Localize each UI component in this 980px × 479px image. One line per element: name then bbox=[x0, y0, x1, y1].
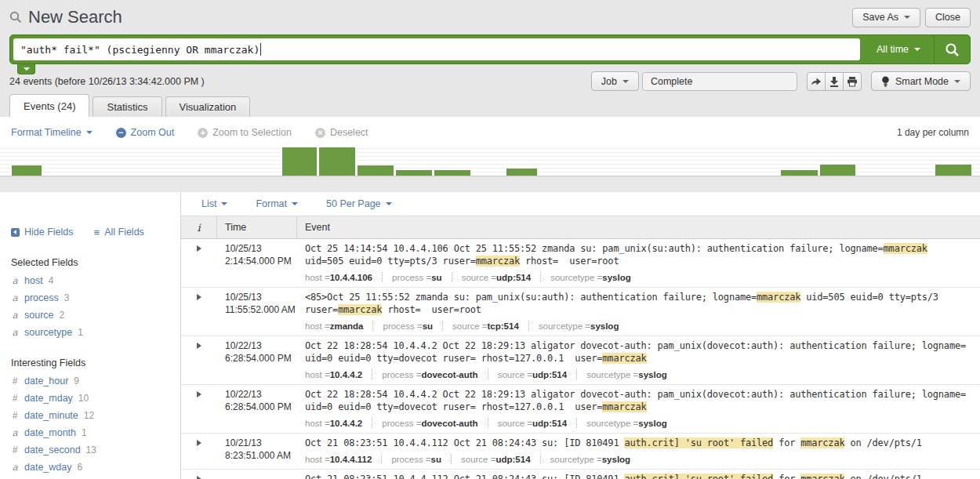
field-value[interactable]: syslog bbox=[602, 273, 630, 282]
export-button[interactable] bbox=[825, 72, 844, 91]
job-menu-button[interactable]: Job bbox=[591, 71, 639, 91]
field-link-date_second[interactable]: date_second bbox=[24, 445, 81, 455]
timeline-bar[interactable] bbox=[506, 169, 538, 176]
smart-mode-button[interactable]: Smart Mode bbox=[871, 71, 971, 91]
expand-event-cell[interactable] bbox=[181, 385, 217, 433]
timeline-bar[interactable] bbox=[318, 147, 356, 176]
per-page-menu[interactable]: 50 Per Page bbox=[326, 198, 392, 209]
field-link-date_hour[interactable]: date_hour bbox=[24, 376, 68, 386]
share-button[interactable] bbox=[807, 72, 826, 91]
field-value[interactable]: su bbox=[431, 455, 441, 464]
expand-arrow-icon bbox=[197, 476, 201, 479]
event-raw-text: Oct 22 18:28:54 10.4.4.2 Oct 22 18:29:13… bbox=[305, 388, 967, 413]
tab-visualization[interactable]: Visualization bbox=[165, 96, 251, 117]
field-separator bbox=[372, 418, 372, 428]
events-summary: 24 events (before 10/26/13 3:34:42.000 P… bbox=[9, 76, 591, 87]
field-link-host[interactable]: host bbox=[24, 276, 43, 286]
save-as-button[interactable]: Save As bbox=[852, 8, 920, 27]
expand-event-cell[interactable] bbox=[181, 470, 217, 479]
all-fields-button[interactable]: ≡ All Fields bbox=[94, 227, 144, 238]
field-key: process = bbox=[382, 370, 421, 379]
format-timeline-menu[interactable]: Format Timeline bbox=[11, 127, 93, 138]
search-submit-button[interactable] bbox=[934, 35, 970, 64]
timeline-bar[interactable] bbox=[11, 165, 42, 176]
fields-sidebar: Hide Fields ≡ All Fields Selected Fields… bbox=[0, 192, 181, 479]
close-button[interactable]: Close bbox=[925, 8, 971, 27]
field-link-source[interactable]: source bbox=[24, 310, 54, 321]
numeric-field-icon: # bbox=[11, 411, 19, 421]
field-link-date_month[interactable]: date_month bbox=[24, 428, 76, 438]
tab-events-24[interactable]: Events (24) bbox=[9, 94, 89, 117]
deselect-button[interactable]: × Deselect bbox=[315, 127, 368, 138]
event-time-cell: 10/22/136:28:54.000 PM bbox=[217, 336, 297, 384]
expand-event-cell[interactable] bbox=[181, 336, 217, 384]
field-item-date_wday: adate_wday6 bbox=[11, 463, 180, 473]
expand-event-cell[interactable] bbox=[181, 288, 217, 336]
timeline-bar[interactable] bbox=[935, 165, 972, 176]
print-button[interactable] bbox=[843, 72, 862, 91]
field-value[interactable]: syslog bbox=[602, 455, 630, 464]
timeline-histogram[interactable] bbox=[0, 147, 980, 176]
field-value[interactable]: syslog bbox=[590, 321, 619, 331]
zoom-out-button[interactable]: − Zoom Out bbox=[116, 127, 175, 138]
per-page-label: 50 Per Page bbox=[326, 198, 381, 209]
format-menu[interactable]: Format bbox=[256, 198, 298, 209]
field-value[interactable]: syslog bbox=[638, 419, 666, 428]
field-value[interactable]: udp:514 bbox=[495, 455, 530, 464]
event-field-values: host = 10.4.4.106process = susource = ud… bbox=[305, 270, 980, 284]
field-value[interactable]: su bbox=[431, 273, 441, 282]
field-value[interactable]: 10.4.4.2 bbox=[330, 419, 363, 428]
field-value[interactable]: tcp:514 bbox=[488, 321, 519, 331]
search-query-input[interactable]: "auth* fail*" (psciegienny OR mmarczak) bbox=[13, 38, 860, 60]
field-value[interactable]: su bbox=[423, 321, 433, 331]
page-title: New Search bbox=[28, 7, 852, 27]
numeric-field-icon: # bbox=[11, 394, 19, 404]
time-range-label: All time bbox=[877, 44, 909, 55]
field-value[interactable]: zmanda bbox=[330, 321, 364, 331]
field-value[interactable]: udp:514 bbox=[532, 419, 567, 428]
field-value[interactable]: dovecot-auth bbox=[421, 419, 477, 428]
search-assistant-toggle[interactable] bbox=[17, 64, 35, 74]
field-link-date_mday[interactable]: date_mday bbox=[24, 394, 73, 404]
timeline-bar[interactable] bbox=[281, 147, 318, 176]
field-link-sourcetype[interactable]: sourcetype bbox=[24, 328, 72, 338]
timeline-bar[interactable] bbox=[434, 170, 471, 176]
zoom-to-selection-button[interactable]: + Zoom to Selection bbox=[198, 127, 292, 138]
expand-event-cell[interactable] bbox=[181, 434, 217, 469]
event-text-segment: on /dev/pts/1 bbox=[844, 474, 921, 479]
field-key: sourcetype = bbox=[550, 455, 602, 464]
event-text-segment: for bbox=[773, 474, 800, 479]
timeline-bar[interactable] bbox=[819, 165, 856, 176]
field-value[interactable]: dovecot-auth bbox=[421, 370, 477, 379]
field-value[interactable]: syslog bbox=[638, 370, 666, 379]
field-link-process[interactable]: process bbox=[24, 293, 59, 303]
field-value[interactable]: udp:514 bbox=[532, 370, 567, 379]
timeline-bar[interactable] bbox=[780, 170, 818, 176]
field-value[interactable]: 10.4.4.2 bbox=[330, 370, 363, 379]
expand-arrow-icon bbox=[197, 440, 201, 446]
chevron-down-icon bbox=[904, 16, 910, 19]
field-value[interactable]: udp:514 bbox=[496, 273, 531, 282]
field-key: sourcetype = bbox=[539, 321, 590, 331]
field-separator bbox=[488, 418, 488, 428]
field-value[interactable]: 10.4.4.106 bbox=[330, 273, 372, 282]
field-link-date_wday[interactable]: date_wday bbox=[24, 463, 71, 473]
event-text-segment: Oct 21 08:23:51 10.4.4.112 Oct 21 08:24:… bbox=[305, 437, 624, 448]
field-link-date_minute[interactable]: date_minute bbox=[24, 411, 78, 421]
timeline-bar[interactable] bbox=[395, 170, 433, 176]
event-date: 10/22/13 bbox=[225, 388, 297, 401]
field-value[interactable]: 10.4.4.112 bbox=[330, 455, 372, 464]
text-cursor bbox=[260, 43, 261, 56]
timeline-bar[interactable] bbox=[357, 165, 394, 176]
time-range-picker[interactable]: All time bbox=[863, 35, 934, 64]
timeline-scale-label: 1 day per column bbox=[897, 127, 969, 138]
list-type-menu[interactable]: List bbox=[201, 198, 227, 209]
x-circle-icon: × bbox=[315, 128, 325, 138]
field-count: 12 bbox=[84, 411, 94, 421]
expand-event-cell[interactable] bbox=[181, 239, 217, 287]
hide-fields-button[interactable]: Hide Fields bbox=[11, 227, 74, 238]
tab-statistics[interactable]: Statistics bbox=[93, 96, 162, 117]
chevron-down-icon bbox=[622, 80, 629, 83]
event-time: 8:23:51.000 AM bbox=[225, 449, 297, 462]
format-label: Format bbox=[256, 198, 287, 209]
